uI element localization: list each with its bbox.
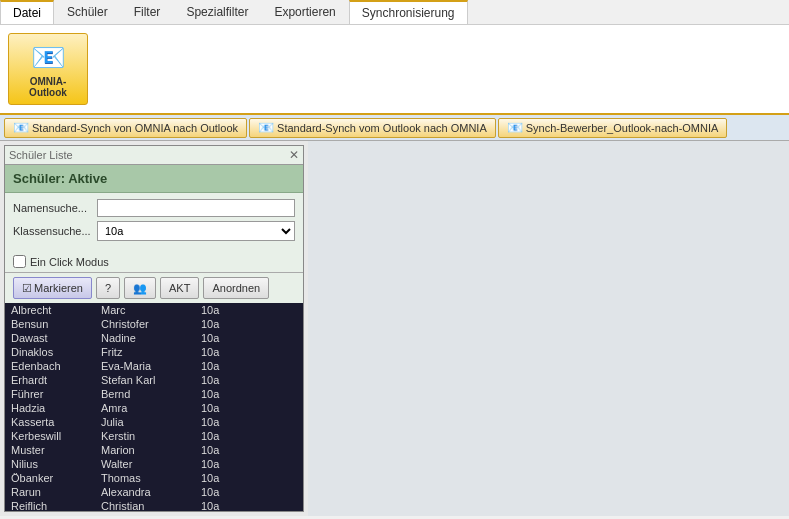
student-class: 10a bbox=[201, 304, 241, 316]
synch-outlook-omnia-label: Standard-Synch vom Outlook nach OMNIA bbox=[277, 122, 487, 134]
student-firstname: Amra bbox=[101, 402, 201, 414]
menu-tab-synchronisierung[interactable]: Synchronisierung bbox=[349, 0, 468, 24]
student-firstname: Thomas bbox=[101, 472, 201, 484]
student-row[interactable]: Albrecht Marc 10a bbox=[5, 303, 303, 317]
synch-icon-3: 📧 bbox=[507, 120, 523, 135]
schueler-panel: Schüler Liste ✕ Schüler: Aktive Namensuc… bbox=[4, 145, 304, 512]
class-search-label: Klassensuche... bbox=[13, 225, 93, 237]
toolbar: 📧 Standard-Synch von OMNIA nach Outlook … bbox=[0, 115, 789, 141]
menu-bar: Datei Schüler Filter Spezialfilter Expor… bbox=[0, 0, 789, 25]
anordnen-button[interactable]: Anordnen bbox=[203, 277, 269, 299]
synch-omnia-to-outlook-btn[interactable]: 📧 Standard-Synch von OMNIA nach Outlook bbox=[4, 118, 247, 138]
ein-click-label: Ein Click Modus bbox=[30, 256, 109, 268]
help-button[interactable]: ? bbox=[96, 277, 120, 299]
help-icon: ? bbox=[105, 282, 111, 294]
student-class: 10a bbox=[201, 500, 241, 511]
student-firstname: Nadine bbox=[101, 332, 201, 344]
anordnen-label: Anordnen bbox=[212, 282, 260, 294]
student-firstname: Walter bbox=[101, 458, 201, 470]
menu-tab-exportieren[interactable]: Exportieren bbox=[261, 0, 348, 24]
student-row[interactable]: Führer Bernd 10a bbox=[5, 387, 303, 401]
panel-form: Namensuche... Klassensuche... 10a 10b 11… bbox=[5, 193, 303, 251]
student-row[interactable]: Rarun Alexandra 10a bbox=[5, 485, 303, 499]
student-class: 10a bbox=[201, 472, 241, 484]
markieren-label: Markieren bbox=[34, 282, 83, 294]
panel-close-button[interactable]: ✕ bbox=[289, 148, 299, 162]
ein-click-checkbox[interactable] bbox=[13, 255, 26, 268]
ribbon: 📧 OMNIA-Outlook bbox=[0, 25, 789, 115]
student-class: 10a bbox=[201, 360, 241, 372]
menu-tab-spezialfilter[interactable]: Spezialfilter bbox=[173, 0, 261, 24]
student-lastname: Bensun bbox=[11, 318, 101, 330]
student-lastname: Dinaklos bbox=[11, 346, 101, 358]
synch-icon-2: 📧 bbox=[258, 120, 274, 135]
outlook-icon: 📧 bbox=[31, 41, 66, 74]
student-lastname: Kerbeswill bbox=[11, 430, 101, 442]
student-row[interactable]: Hadzia Amra 10a bbox=[5, 401, 303, 415]
student-class: 10a bbox=[201, 416, 241, 428]
student-row[interactable]: Erhardt Stefan Karl 10a bbox=[5, 373, 303, 387]
panel-title-label: Schüler Liste bbox=[9, 149, 73, 161]
student-lastname: Öbanker bbox=[11, 472, 101, 484]
student-row[interactable]: Dawast Nadine 10a bbox=[5, 331, 303, 345]
student-class: 10a bbox=[201, 430, 241, 442]
student-row[interactable]: Öbanker Thomas 10a bbox=[5, 471, 303, 485]
action-bar: ☑ Markieren ? 👥 AKT Anordnen bbox=[5, 272, 303, 303]
student-list[interactable]: Albrecht Marc 10a Bensun Christofer 10a … bbox=[5, 303, 303, 511]
student-row[interactable]: Kerbeswill Kerstin 10a bbox=[5, 429, 303, 443]
synch-bewerber-label: Synch-Bewerber_Outlook-nach-OMNIA bbox=[526, 122, 719, 134]
student-row[interactable]: Nilius Walter 10a bbox=[5, 457, 303, 471]
main-content: Schüler Liste ✕ Schüler: Aktive Namensuc… bbox=[0, 141, 789, 516]
student-class: 10a bbox=[201, 332, 241, 344]
student-lastname: Kasserta bbox=[11, 416, 101, 428]
student-firstname: Fritz bbox=[101, 346, 201, 358]
synch-icon-1: 📧 bbox=[13, 120, 29, 135]
name-search-input[interactable] bbox=[97, 199, 295, 217]
student-lastname: Rarun bbox=[11, 486, 101, 498]
student-class: 10a bbox=[201, 458, 241, 470]
student-firstname: Julia bbox=[101, 416, 201, 428]
student-class: 10a bbox=[201, 346, 241, 358]
student-row[interactable]: Reiflich Christian 10a bbox=[5, 499, 303, 511]
student-class: 10a bbox=[201, 374, 241, 386]
akt-button[interactable]: AKT bbox=[160, 277, 199, 299]
search-people-button[interactable]: 👥 bbox=[124, 277, 156, 299]
student-lastname: Nilius bbox=[11, 458, 101, 470]
ribbon-button-label: OMNIA-Outlook bbox=[19, 76, 77, 98]
student-firstname: Christian bbox=[101, 500, 201, 511]
student-row[interactable]: Kasserta Julia 10a bbox=[5, 415, 303, 429]
menu-tab-datei[interactable]: Datei bbox=[0, 0, 54, 24]
student-firstname: Marion bbox=[101, 444, 201, 456]
student-lastname: Edenbach bbox=[11, 360, 101, 372]
people-search-icon: 👥 bbox=[133, 282, 147, 295]
student-row[interactable]: Edenbach Eva-Maria 10a bbox=[5, 359, 303, 373]
panel-section-title: Schüler: Aktive bbox=[5, 165, 303, 193]
student-firstname: Stefan Karl bbox=[101, 374, 201, 386]
omnia-outlook-button[interactable]: 📧 OMNIA-Outlook bbox=[8, 33, 88, 105]
student-row[interactable]: Bensun Christofer 10a bbox=[5, 317, 303, 331]
name-search-label: Namensuche... bbox=[13, 202, 93, 214]
student-firstname: Marc bbox=[101, 304, 201, 316]
student-lastname: Hadzia bbox=[11, 402, 101, 414]
menu-tab-schueler[interactable]: Schüler bbox=[54, 0, 121, 24]
student-class: 10a bbox=[201, 444, 241, 456]
student-lastname: Dawast bbox=[11, 332, 101, 344]
name-search-row: Namensuche... bbox=[13, 199, 295, 217]
student-firstname: Alexandra bbox=[101, 486, 201, 498]
student-firstname: Bernd bbox=[101, 388, 201, 400]
student-class: 10a bbox=[201, 318, 241, 330]
student-lastname: Führer bbox=[11, 388, 101, 400]
synch-bewerber-btn[interactable]: 📧 Synch-Bewerber_Outlook-nach-OMNIA bbox=[498, 118, 728, 138]
right-panel bbox=[308, 141, 789, 516]
student-class: 10a bbox=[201, 486, 241, 498]
student-row[interactable]: Muster Marion 10a bbox=[5, 443, 303, 457]
student-lastname: Reiflich bbox=[11, 500, 101, 511]
markieren-button[interactable]: ☑ Markieren bbox=[13, 277, 92, 299]
class-search-select[interactable]: 10a 10b 11a 11b 12a bbox=[97, 221, 295, 241]
student-firstname: Eva-Maria bbox=[101, 360, 201, 372]
student-class: 10a bbox=[201, 388, 241, 400]
menu-tab-filter[interactable]: Filter bbox=[121, 0, 174, 24]
student-lastname: Erhardt bbox=[11, 374, 101, 386]
student-row[interactable]: Dinaklos Fritz 10a bbox=[5, 345, 303, 359]
synch-outlook-to-omnia-btn[interactable]: 📧 Standard-Synch vom Outlook nach OMNIA bbox=[249, 118, 496, 138]
